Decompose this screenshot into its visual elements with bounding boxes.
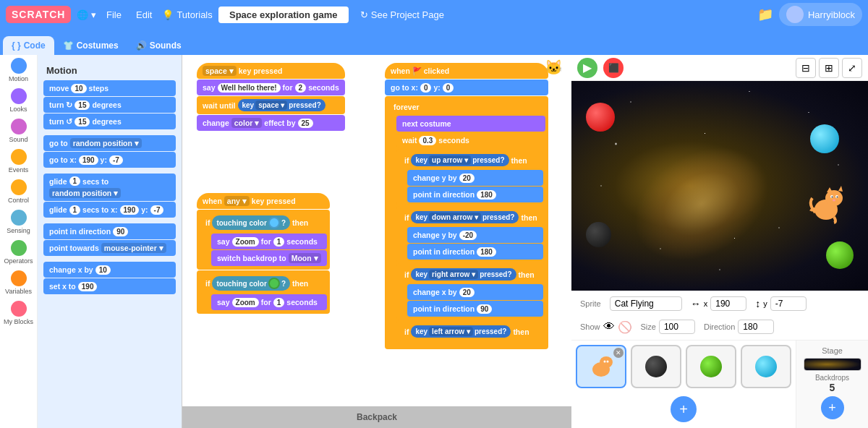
block-say-zoom2[interactable]: say Zoom for 1 seconds: [211, 294, 327, 310]
sprite-thumb-ball2[interactable]: [686, 345, 736, 388]
tutorials-button[interactable]: 💡 Tutorials: [162, 9, 212, 20]
block-if-left: if key left arrow ▾ pressed? then: [396, 320, 545, 343]
project-name-input[interactable]: [218, 7, 349, 23]
block-change-y-down[interactable]: change y by -20: [407, 227, 543, 243]
sprite-direction-input[interactable]: [738, 320, 774, 334]
block-if-header-green[interactable]: if touching color ? then: [200, 273, 327, 294]
category-variables[interactable]: Variables: [0, 268, 38, 298]
green-flag-button[interactable]: ▶: [577, 58, 597, 78]
sprite-item-ball[interactable]: Ball: [631, 345, 681, 390]
block-turn-cw[interactable]: turn ↻ 15 degrees: [43, 97, 176, 113]
block-go-to-xy[interactable]: go to x: 190 y: -7: [43, 152, 176, 168]
color-swatch-green[interactable]: [268, 278, 280, 289]
category-looks[interactable]: Looks: [0, 85, 38, 116]
sprite-x-input[interactable]: [710, 296, 746, 311]
block-say[interactable]: say Well hello there! for 2 seconds: [197, 80, 345, 95]
block-move[interactable]: move 10 steps: [43, 80, 176, 96]
block-next-costume[interactable]: next costume: [396, 116, 545, 132]
color-swatch-blue[interactable]: [268, 217, 280, 228]
block-if-right-header[interactable]: if key right arrow ▾ pressed? then: [399, 265, 543, 283]
backdrops-label: Backdrops: [815, 374, 849, 382]
block-if-up-header[interactable]: if key up arrow ▾ pressed? then: [399, 151, 543, 169]
block-say-zoom[interactable]: say Zoom for 1 seconds: [211, 234, 327, 249]
category-motion[interactable]: Motion: [0, 55, 38, 85]
script-stack-any-key: when any ▾ key pressed if touching color…: [197, 192, 330, 314]
block-if-touching[interactable]: if touching color ? then say Zoom for 1 …: [197, 210, 330, 270]
block-key-pressed[interactable]: space ▾ key pressed: [197, 63, 345, 79]
block-wait-seconds[interactable]: wait 0.3 seconds: [396, 132, 545, 148]
sprite-item-ball3[interactable]: Ball3: [741, 345, 791, 390]
script-canvas[interactable]: space ▾ key pressed say Well hello there…: [182, 55, 571, 428]
svg-point-1: [825, 190, 843, 206]
block-if-down: if key down arrow ▾ pressed? then change…: [396, 206, 545, 262]
category-sound[interactable]: Sound: [0, 116, 38, 146]
block-if-down-header[interactable]: if key down arrow ▾ pressed? then: [399, 208, 543, 226]
block-point-dir-right[interactable]: point in direction 90: [407, 301, 543, 317]
sprite-size-input[interactable]: [659, 320, 695, 334]
see-project-button[interactable]: ↻ See Project Page: [354, 9, 450, 20]
block-flag-clicked[interactable]: when 🚩 clicked: [385, 63, 548, 79]
edit-menu[interactable]: Edit: [132, 9, 156, 20]
small-stage-button[interactable]: ⊟: [796, 58, 816, 78]
block-point-dir[interactable]: point in direction 90: [43, 223, 176, 239]
folder-button[interactable]: 📁: [757, 7, 773, 22]
block-if-touching-green[interactable]: if touching color ? then say Zoom for 1 …: [197, 270, 330, 314]
block-glide-random[interactable]: glide 1 secs to random position ▾: [43, 174, 176, 201]
category-operators[interactable]: Operators: [0, 237, 38, 268]
delete-badge[interactable]: ✕: [613, 348, 624, 358]
block-point-dir-down[interactable]: point in direction 180: [407, 244, 543, 260]
sprite-thumb-cat[interactable]: ✕: [576, 345, 626, 388]
category-sensing[interactable]: Sensing: [0, 207, 38, 237]
stage-mini-thumbnail[interactable]: [804, 358, 861, 371]
user-menu[interactable]: Harryiblock: [779, 3, 862, 26]
top-nav: SCRATCH 🌐 ▾ File Edit 💡 Tutorials ↻ See …: [0, 0, 868, 29]
large-stage-button[interactable]: ⊞: [819, 58, 839, 78]
category-events[interactable]: Events: [0, 146, 38, 176]
sprite-item-ball2[interactable]: Ball2: [686, 345, 736, 390]
backpack-bar[interactable]: Backpack: [182, 406, 571, 428]
sprite-x-field: ↔ x: [691, 296, 747, 311]
tab-costumes[interactable]: 👕 Costumes: [54, 36, 127, 55]
sprite-y-input[interactable]: [770, 296, 807, 311]
sprite-name-input[interactable]: [610, 296, 682, 311]
block-if-header[interactable]: if touching color ? then: [200, 213, 327, 233]
hide-button[interactable]: 🚫: [618, 320, 632, 334]
block-if-left-header[interactable]: if key left arrow ▾ pressed? then: [399, 322, 543, 341]
block-glide-xy[interactable]: glide 1 secs to x: 190 y: -7: [43, 202, 176, 218]
script-area: space ▾ key pressed say Well hello there…: [182, 55, 571, 428]
backpack-label: Backpack: [357, 412, 397, 422]
block-go-to-xy-script[interactable]: go to x: 0 y: 0: [385, 80, 548, 95]
block-set-x[interactable]: set x to 190: [43, 278, 176, 294]
stage-canvas: [571, 81, 868, 291]
tab-code[interactable]: { } Code: [3, 36, 54, 55]
block-turn-ccw[interactable]: turn ↺ 15 degrees: [43, 114, 176, 129]
block-change-effect[interactable]: change color ▾ effect by 25: [197, 115, 345, 131]
add-backdrop-button[interactable]: +: [821, 396, 844, 419]
block-change-x-right[interactable]: change x by 20: [407, 284, 543, 300]
file-menu[interactable]: File: [102, 9, 126, 20]
globe-button[interactable]: 🌐 ▾: [77, 9, 96, 20]
show-button[interactable]: 👁: [603, 320, 615, 333]
add-sprite-button[interactable]: +: [671, 396, 697, 422]
block-point-dir-up[interactable]: point in direction 180: [407, 187, 543, 202]
fullscreen-button[interactable]: ⤢: [842, 58, 862, 78]
block-wait-until[interactable]: wait until key space ▾ pressed?: [197, 96, 345, 114]
block-point-towards[interactable]: point towards mouse-pointer ▾: [43, 240, 176, 256]
block-change-x[interactable]: change x by 10: [43, 262, 176, 278]
category-control[interactable]: Control: [0, 176, 38, 207]
scratch-logo[interactable]: SCRATCH: [6, 6, 71, 23]
refresh-icon: ↻: [360, 9, 368, 20]
stop-button[interactable]: ⬛: [603, 58, 624, 78]
green-ball-sprite: [826, 241, 854, 269]
block-go-to[interactable]: go to random position ▾: [43, 135, 176, 151]
sprite-thumb-ball3[interactable]: [741, 345, 791, 388]
category-myblocks[interactable]: My Blocks: [0, 298, 38, 328]
sprite-item-cat[interactable]: ✕ Cat Flying: [576, 345, 626, 390]
block-change-y-up[interactable]: change y by 20: [407, 170, 543, 186]
block-any-key-pressed[interactable]: when any ▾ key pressed: [197, 193, 330, 209]
tab-sounds[interactable]: 🔊 Sounds: [127, 36, 190, 55]
block-switch-backdrop[interactable]: switch backdrop to Moon ▾: [211, 250, 327, 266]
sprite-thumb-ball[interactable]: [631, 345, 681, 388]
block-forever-header[interactable]: forever: [388, 99, 545, 115]
username-label: Harryiblock: [808, 9, 855, 20]
